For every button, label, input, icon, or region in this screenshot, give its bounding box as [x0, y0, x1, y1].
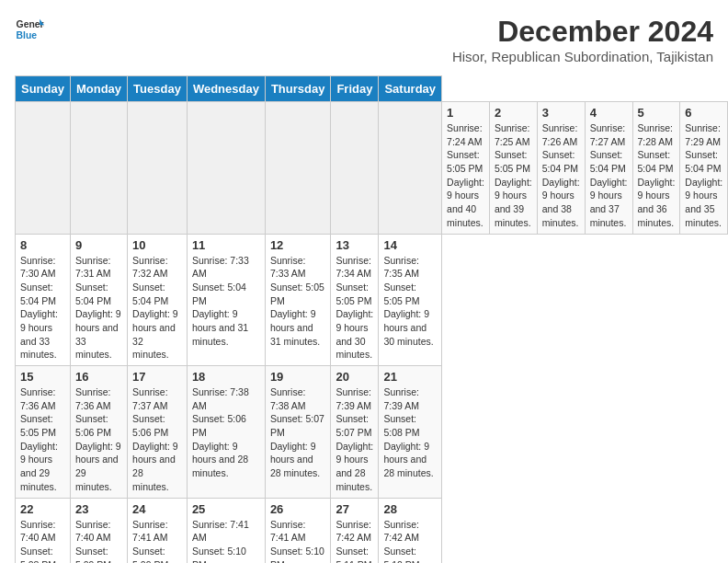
day-number: 10 — [132, 238, 182, 252]
table-row — [128, 102, 188, 235]
day-info: Sunrise: 7:24 AMSunset: 5:05 PMDaylight:… — [447, 122, 484, 228]
table-row: 9Sunrise: 7:31 AMSunset: 5:04 PMDaylight… — [70, 234, 127, 366]
day-info: Sunrise: 7:35 AMSunset: 5:05 PMDaylight:… — [383, 255, 433, 347]
table-row: 6Sunrise: 7:29 AMSunset: 5:04 PMDaylight… — [680, 102, 728, 235]
day-info: Sunrise: 7:28 AMSunset: 5:04 PMDaylight:… — [638, 122, 676, 228]
table-row: 14Sunrise: 7:35 AMSunset: 5:05 PMDayligh… — [379, 234, 442, 366]
table-row — [265, 102, 331, 235]
calendar-row: 15Sunrise: 7:36 AMSunset: 5:05 PMDayligh… — [16, 366, 729, 499]
table-row: 23Sunrise: 7:40 AMSunset: 5:09 PMDayligh… — [70, 498, 127, 563]
day-info: Sunrise: 7:34 AMSunset: 5:05 PMDaylight:… — [336, 255, 373, 361]
table-row: 2Sunrise: 7:25 AMSunset: 5:05 PMDaylight… — [489, 102, 537, 235]
day-number: 18 — [192, 370, 260, 384]
day-number: 5 — [638, 106, 676, 120]
day-info: Sunrise: 7:42 AMSunset: 5:11 PMDaylight:… — [336, 519, 373, 564]
day-number: 12 — [270, 238, 326, 252]
day-info: Sunrise: 7:31 AMSunset: 5:04 PMDaylight:… — [75, 255, 121, 361]
table-row: 27Sunrise: 7:42 AMSunset: 5:11 PMDayligh… — [331, 498, 379, 563]
day-info: Sunrise: 7:39 AMSunset: 5:07 PMDaylight:… — [336, 386, 373, 492]
table-row — [379, 102, 442, 235]
day-number: 28 — [383, 502, 437, 516]
col-thursday: Thursday — [265, 76, 331, 102]
day-number: 14 — [383, 238, 437, 252]
day-number: 13 — [336, 238, 373, 252]
table-row: 26Sunrise: 7:41 AMSunset: 5:10 PMDayligh… — [265, 498, 331, 563]
table-row: 4Sunrise: 7:27 AMSunset: 5:04 PMDaylight… — [585, 102, 632, 235]
table-row: 15Sunrise: 7:36 AMSunset: 5:05 PMDayligh… — [16, 366, 71, 499]
day-number: 6 — [685, 106, 722, 120]
day-info: Sunrise: 7:25 AMSunset: 5:05 PMDaylight:… — [495, 122, 532, 228]
day-number: 27 — [336, 502, 373, 516]
day-info: Sunrise: 7:39 AMSunset: 5:08 PMDaylight:… — [383, 386, 433, 478]
day-number: 24 — [132, 502, 182, 516]
day-info: Sunrise: 7:32 AMSunset: 5:04 PMDaylight:… — [132, 255, 178, 361]
calendar-row: 1Sunrise: 7:24 AMSunset: 5:05 PMDaylight… — [16, 102, 729, 235]
day-info: Sunrise: 7:42 AMSunset: 5:12 PMDaylight:… — [383, 519, 433, 564]
day-number: 1 — [447, 106, 484, 120]
day-info: Sunrise: 7:29 AMSunset: 5:04 PMDaylight:… — [685, 122, 722, 228]
day-info: Sunrise: 7:36 AMSunset: 5:05 PMDaylight:… — [20, 386, 58, 492]
day-number: 23 — [75, 502, 122, 516]
table-row: 18Sunrise: 7:38 AMSunset: 5:06 PMDayligh… — [187, 366, 265, 499]
day-number: 25 — [192, 502, 260, 516]
day-info: Sunrise: 7:41 AMSunset: 5:09 PMDaylight:… — [132, 519, 178, 564]
table-row — [16, 102, 71, 235]
calendar-table: Sunday Monday Tuesday Wednesday Thursday… — [15, 75, 728, 563]
col-wednesday: Wednesday — [187, 76, 265, 102]
table-row: 22Sunrise: 7:40 AMSunset: 5:08 PMDayligh… — [16, 498, 71, 563]
calendar-row: 22Sunrise: 7:40 AMSunset: 5:08 PMDayligh… — [16, 498, 729, 563]
day-number: 21 — [383, 370, 437, 384]
col-friday: Friday — [331, 76, 379, 102]
table-row: 21Sunrise: 7:39 AMSunset: 5:08 PMDayligh… — [379, 366, 442, 499]
day-info: Sunrise: 7:33 AMSunset: 5:04 PMDaylight:… — [192, 255, 249, 347]
day-number: 26 — [270, 502, 326, 516]
day-number: 11 — [192, 238, 260, 252]
logo-icon: General Blue — [15, 15, 44, 44]
day-info: Sunrise: 7:36 AMSunset: 5:06 PMDaylight:… — [75, 386, 121, 492]
day-info: Sunrise: 7:27 AMSunset: 5:04 PMDaylight:… — [590, 122, 628, 228]
calendar-header: Sunday Monday Tuesday Wednesday Thursday… — [16, 76, 729, 102]
day-number: 15 — [20, 370, 65, 384]
table-row: 5Sunrise: 7:28 AMSunset: 5:04 PMDaylight… — [632, 102, 680, 235]
day-info: Sunrise: 7:26 AMSunset: 5:04 PMDaylight:… — [542, 122, 580, 228]
day-number: 16 — [75, 370, 122, 384]
calendar-title: December 2024 — [452, 15, 713, 49]
table-row — [331, 102, 379, 235]
table-row: 11Sunrise: 7:33 AMSunset: 5:04 PMDayligh… — [187, 234, 265, 366]
day-number: 9 — [75, 238, 122, 252]
day-number: 17 — [132, 370, 182, 384]
table-row: 17Sunrise: 7:37 AMSunset: 5:06 PMDayligh… — [128, 366, 188, 499]
col-tuesday: Tuesday — [128, 76, 188, 102]
table-row: 3Sunrise: 7:26 AMSunset: 5:04 PMDaylight… — [537, 102, 585, 235]
table-row: 19Sunrise: 7:38 AMSunset: 5:07 PMDayligh… — [265, 366, 331, 499]
day-number: 22 — [20, 502, 65, 516]
day-number: 2 — [495, 106, 532, 120]
day-number: 3 — [542, 106, 580, 120]
day-info: Sunrise: 7:30 AMSunset: 5:04 PMDaylight:… — [20, 255, 58, 361]
day-info: Sunrise: 7:37 AMSunset: 5:06 PMDaylight:… — [132, 386, 178, 492]
table-row: 12Sunrise: 7:33 AMSunset: 5:05 PMDayligh… — [265, 234, 331, 366]
table-row: 13Sunrise: 7:34 AMSunset: 5:05 PMDayligh… — [331, 234, 379, 366]
svg-text:Blue: Blue — [17, 30, 38, 40]
day-info: Sunrise: 7:38 AMSunset: 5:06 PMDaylight:… — [192, 386, 249, 478]
day-number: 19 — [270, 370, 326, 384]
table-row: 8Sunrise: 7:30 AMSunset: 5:04 PMDaylight… — [16, 234, 71, 366]
calendar-row: 8Sunrise: 7:30 AMSunset: 5:04 PMDaylight… — [16, 234, 729, 366]
table-row: 28Sunrise: 7:42 AMSunset: 5:12 PMDayligh… — [379, 498, 442, 563]
day-number: 4 — [590, 106, 628, 120]
day-info: Sunrise: 7:33 AMSunset: 5:05 PMDaylight:… — [270, 255, 324, 347]
col-sunday: Sunday — [16, 76, 71, 102]
table-row: 1Sunrise: 7:24 AMSunset: 5:05 PMDaylight… — [442, 102, 490, 235]
col-saturday: Saturday — [379, 76, 442, 102]
table-row: 10Sunrise: 7:32 AMSunset: 5:04 PMDayligh… — [128, 234, 188, 366]
table-row: 16Sunrise: 7:36 AMSunset: 5:06 PMDayligh… — [70, 366, 127, 499]
table-row: 25Sunrise: 7:41 AMSunset: 5:10 PMDayligh… — [187, 498, 265, 563]
day-info: Sunrise: 7:41 AMSunset: 5:10 PMDaylight:… — [192, 519, 249, 564]
table-row — [70, 102, 127, 235]
day-number: 20 — [336, 370, 373, 384]
day-info: Sunrise: 7:40 AMSunset: 5:08 PMDaylight:… — [20, 519, 58, 564]
col-monday: Monday — [70, 76, 127, 102]
table-row: 20Sunrise: 7:39 AMSunset: 5:07 PMDayligh… — [331, 366, 379, 499]
table-row — [187, 102, 265, 235]
day-info: Sunrise: 7:41 AMSunset: 5:10 PMDaylight:… — [270, 519, 324, 564]
